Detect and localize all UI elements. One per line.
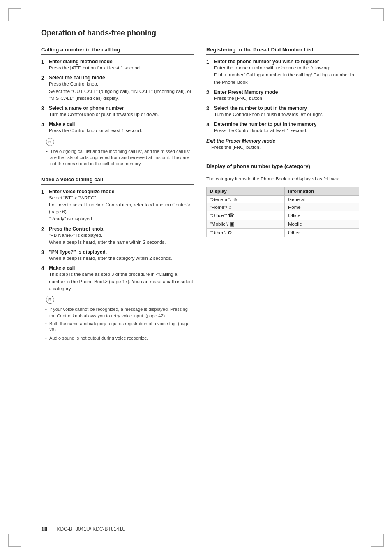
exit-label-row: Exit the Preset Memory mode Press the [F…	[206, 138, 359, 151]
preset-action-3: Select the number to put in the memory	[214, 105, 359, 111]
voice-step-2: 2 Press the Control knob. "PB Name?" is …	[41, 226, 194, 246]
voice-action-3: "PN Type?" is displayed.	[49, 249, 194, 255]
voice-step-num-3: 3	[41, 249, 47, 262]
phone-table-body: "General"/ ☺General"Home"/ ⌂Home"Office"…	[207, 196, 359, 237]
preset-dial-section: Registering to the Preset Dial Number Li…	[206, 46, 359, 151]
voice-bullet-note: Audio sound is not output during voice r…	[45, 335, 194, 341]
footer: 18 KDC-BT8041U/ KDC-BT8141U	[41, 526, 125, 532]
voice-bullet-note: If your voice cannot be recognized, a me…	[45, 306, 194, 319]
table-cell-display: "Office"/ ☎	[207, 211, 285, 220]
table-header-display: Display	[207, 187, 285, 196]
voice-action-1: Enter voice recognize mode	[49, 189, 194, 194]
control-knob-icon-2: ⊞	[46, 296, 54, 304]
call-log-step-3: 3 Select a name or phone number Turn the…	[41, 105, 194, 118]
step-num-3: 3	[41, 105, 47, 118]
table-row: "Mobile"/ ▣Mobile	[207, 220, 359, 229]
right-column: Registering to the Preset Dial Number Li…	[206, 46, 359, 350]
table-cell-display: "Other"/ ✿	[207, 229, 285, 237]
preset-step-3: 3 Select the number to put in the memory…	[206, 105, 359, 118]
step-detail-4: Press the Control knob for at least 1 se…	[49, 127, 194, 134]
voice-content-4: Make a call This step is the same as ste…	[49, 265, 194, 292]
table-cell-display: "Mobile"/ ▣	[207, 220, 285, 229]
preset-sub-2: Press the [FNC] button.	[214, 95, 359, 102]
call-log-step-1: 1 Enter dialing method mode Press the [A…	[41, 59, 194, 72]
step-content-2: Select the call log mode Press the Contr…	[49, 75, 194, 102]
step-num-2: 2	[41, 75, 47, 102]
exit-label: Exit the Preset Memory mode	[206, 138, 275, 144]
voice-action-2: Press the Control knob.	[49, 226, 194, 232]
table-row: "General"/ ☺General	[207, 196, 359, 204]
call-log-section: Calling a number in the call log 1 Enter…	[41, 46, 194, 167]
icon-area-2: ⊞	[46, 296, 194, 304]
table-cell-info: Mobile	[284, 220, 359, 229]
preset-sub-4: Press the Control knob for at least 1 se…	[214, 127, 359, 134]
table-header-info: Information	[284, 187, 359, 196]
table-cell-info: Office	[284, 211, 359, 220]
step-detail-1: Press the [ATT] button for at least 1 se…	[49, 65, 194, 72]
step-detail-3: Turn the Control knob or push it towards…	[49, 111, 194, 118]
table-cell-info: General	[284, 196, 359, 204]
call-log-step-2: 2 Select the call log mode Press the Con…	[41, 75, 194, 102]
voice-sub-2a: "PB Name?" is displayed.	[49, 232, 194, 239]
phone-type-intro: The category items in the Phone Book are…	[206, 176, 359, 183]
step-num-1: 1	[41, 59, 47, 72]
voice-notes: If your voice cannot be recognized, a me…	[45, 306, 194, 341]
preset-step-1: 1 Enter the phone number you wish to reg…	[206, 59, 359, 86]
preset-action-1: Enter the phone number you wish to regis…	[214, 59, 359, 65]
table-row: "Office"/ ☎Office	[207, 211, 359, 220]
voice-sub-4: This step is the same as step 3 of the p…	[49, 271, 194, 292]
voice-action-4: Make a call	[49, 265, 194, 271]
preset-sub-3: Turn the Control knob or push it towards…	[214, 111, 359, 118]
voice-step-3: 3 "PN Type?" is displayed. When a beep i…	[41, 249, 194, 262]
left-column: Calling a number in the call log 1 Enter…	[41, 46, 194, 350]
step-action-1: Enter dialing method mode	[49, 59, 194, 65]
icon-area-1: ⊞	[46, 138, 194, 146]
voice-sub-3: When a beep is heard, utter the category…	[49, 255, 194, 262]
voice-step-num-4: 4	[41, 265, 47, 292]
voice-dial-section: Make a voice dialing call 1 Enter voice …	[41, 176, 194, 341]
phone-type-title: Display of phone number type (category)	[206, 163, 359, 171]
voice-step-num-2: 2	[41, 226, 47, 246]
phone-type-section: Display of phone number type (category) …	[206, 163, 359, 237]
step-action-3: Select a name or phone number	[49, 105, 194, 111]
table-cell-info: Home	[284, 204, 359, 211]
step-num-4: 4	[41, 121, 47, 134]
preset-content-4: Determine the number to put in the memor…	[214, 121, 359, 134]
preset-sub-1a: Enter the phone number with reference to…	[214, 65, 359, 72]
voice-sub-2b: When a beep is heard, utter the name wit…	[49, 239, 194, 246]
voice-step-num-1: 1	[41, 189, 47, 223]
step-action-4: Make a call	[49, 121, 194, 127]
preset-action-4: Determine the number to put in the memor…	[214, 121, 359, 127]
preset-content-1: Enter the phone number you wish to regis…	[214, 59, 359, 86]
voice-sub-1: For how to select Function Control item,…	[49, 201, 194, 223]
call-log-title: Calling a number in the call log	[41, 46, 194, 55]
voice-dial-title: Make a voice dialing call	[41, 176, 194, 185]
preset-step-2: 2 Enter Preset Memory mode Press the [FN…	[206, 89, 359, 102]
preset-step-num-2: 2	[206, 89, 212, 102]
preset-step-num-4: 4	[206, 121, 212, 134]
table-row: "Other"/ ✿Other	[207, 229, 359, 237]
exit-detail: Press the [FNC] button.	[211, 144, 359, 151]
call-log-note: The outgoing call list and the incoming …	[46, 148, 194, 167]
voice-content-2: Press the Control knob. "PB Name?" is di…	[49, 226, 194, 246]
call-log-step-4: 4 Make a call Press the Control knob for…	[41, 121, 194, 134]
page-number: 18	[41, 526, 48, 532]
preset-dial-title: Registering to the Preset Dial Number Li…	[206, 46, 359, 55]
voice-step-4: 4 Make a call This step is the same as s…	[41, 265, 194, 292]
table-cell-display: "General"/ ☺	[207, 196, 285, 204]
voice-content-3: "PN Type?" is displayed. When a beep is …	[49, 249, 194, 262]
page-title: Operation of hands-free phoning	[41, 25, 359, 37]
preset-content-3: Select the number to put in the memory T…	[214, 105, 359, 118]
voice-step-1: 1 Enter voice recognize mode Select "BT"…	[41, 189, 194, 223]
control-knob-icon-1: ⊞	[46, 138, 54, 146]
table-cell-info: Other	[284, 229, 359, 237]
preset-action-2: Enter Preset Memory mode	[214, 89, 359, 95]
table-cell-display: "Home"/ ⌂	[207, 204, 285, 211]
phone-type-table: Display Information "General"/ ☺General"…	[206, 187, 359, 237]
step-content-1: Enter dialing method mode Press the [ATT…	[49, 59, 194, 72]
step-detail-2: Press the Control knob.	[49, 81, 194, 88]
preset-content-2: Enter Preset Memory mode Press the [FNC]…	[214, 89, 359, 102]
preset-step-num-3: 3	[206, 105, 212, 118]
voice-detail-1: Select "BT" > "V-REC".	[49, 194, 194, 201]
voice-bullet-note: Both the name and category requires regi…	[45, 321, 194, 333]
